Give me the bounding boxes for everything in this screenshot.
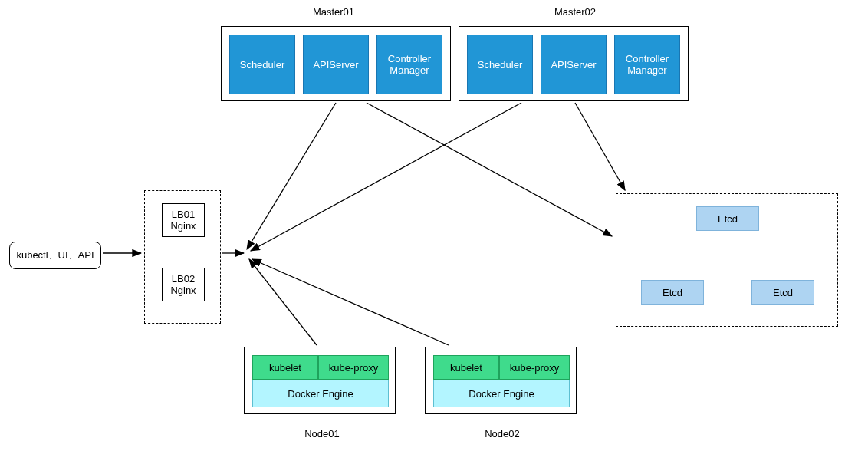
node01-engine-label: Docker Engine bbox=[288, 388, 353, 400]
etcd-1-label: Etcd bbox=[718, 213, 738, 225]
master01-apiserver-label: APIServer bbox=[313, 59, 358, 71]
node02-engine: Docker Engine bbox=[433, 380, 570, 407]
node02-engine-label: Docker Engine bbox=[469, 388, 534, 400]
master02-group: Scheduler APIServer Controller Manager bbox=[459, 26, 689, 101]
lb-group: LB01 Nginx LB02 Nginx bbox=[144, 190, 221, 324]
lb01-name: LB01 bbox=[172, 209, 195, 220]
svg-line-7 bbox=[249, 259, 317, 345]
lb02-name: LB02 bbox=[172, 273, 195, 285]
node01-title: Node01 bbox=[291, 428, 353, 439]
master01-controller-l2: Manager bbox=[390, 64, 429, 76]
master02-apiserver-label: APIServer bbox=[551, 59, 596, 71]
node02-kubelet: kubelet bbox=[433, 355, 499, 380]
master02-controller-l2: Manager bbox=[627, 64, 666, 76]
node01-engine: Docker Engine bbox=[252, 380, 389, 407]
svg-line-6 bbox=[575, 103, 625, 190]
node02-kubeproxy-label: kube-proxy bbox=[510, 362, 559, 374]
etcd-3-label: Etcd bbox=[773, 287, 793, 298]
node01-kubeproxy: kube-proxy bbox=[318, 355, 389, 380]
etcd-group: Etcd Etcd Etcd bbox=[616, 193, 838, 327]
node01-kubeproxy-label: kube-proxy bbox=[329, 362, 378, 374]
master02-controller-l1: Controller bbox=[626, 53, 669, 64]
svg-line-5 bbox=[367, 103, 612, 236]
client-box: kubectl、UI、API bbox=[9, 242, 101, 269]
master02-controller: Controller Manager bbox=[614, 35, 680, 94]
node01-kubelet-label: kubelet bbox=[269, 362, 301, 374]
etcd-2-label: Etcd bbox=[663, 287, 682, 298]
master01-scheduler-label: Scheduler bbox=[240, 59, 285, 71]
master02-scheduler-label: Scheduler bbox=[478, 59, 523, 71]
master01-controller: Controller Manager bbox=[376, 35, 442, 94]
master02-scheduler: Scheduler bbox=[467, 35, 533, 94]
master02-apiserver: APIServer bbox=[541, 35, 607, 94]
node02-kubelet-label: kubelet bbox=[450, 362, 482, 374]
node02-title: Node02 bbox=[472, 428, 533, 439]
master01-title: Master01 bbox=[295, 6, 372, 18]
lb02-box: LB02 Nginx bbox=[162, 268, 205, 301]
node01-kubelet: kubelet bbox=[252, 355, 318, 380]
master01-controller-l1: Controller bbox=[388, 53, 431, 64]
master01-group: Scheduler APIServer Controller Manager bbox=[221, 26, 451, 101]
svg-line-4 bbox=[251, 103, 521, 251]
lb01-sub: Nginx bbox=[170, 220, 196, 232]
node01-group: kubelet kube-proxy Docker Engine bbox=[244, 347, 396, 414]
node02-kubeproxy: kube-proxy bbox=[499, 355, 570, 380]
etcd-3: Etcd bbox=[751, 280, 814, 305]
etcd-1: Etcd bbox=[696, 206, 759, 231]
lb01-box: LB01 Nginx bbox=[162, 203, 205, 237]
etcd-2: Etcd bbox=[641, 280, 704, 305]
svg-line-3 bbox=[247, 103, 336, 249]
node02-group: kubelet kube-proxy Docker Engine bbox=[425, 347, 577, 414]
lb02-sub: Nginx bbox=[170, 285, 196, 296]
master02-title: Master02 bbox=[537, 6, 613, 18]
master01-scheduler: Scheduler bbox=[229, 35, 295, 94]
client-label: kubectl、UI、API bbox=[16, 249, 94, 261]
master01-apiserver: APIServer bbox=[303, 35, 369, 94]
svg-line-8 bbox=[252, 259, 449, 345]
